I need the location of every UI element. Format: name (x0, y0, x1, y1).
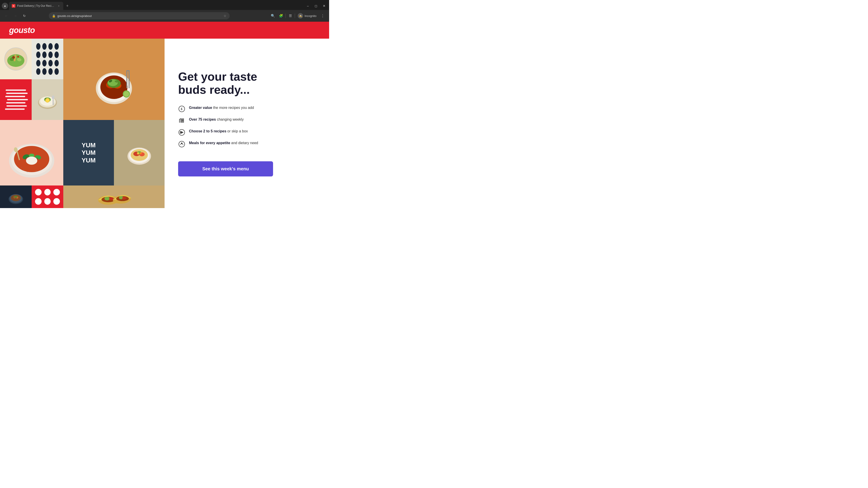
svg-rect-31 (53, 99, 54, 105)
active-tab[interactable]: G Food Delivery | Try Our Recipe ... × (9, 2, 63, 10)
headline: Get your taste buds ready... (178, 70, 315, 96)
restore-button[interactable]: ◻ (313, 3, 319, 9)
value-icon: £ (178, 105, 185, 112)
svg-point-45 (36, 170, 37, 171)
svg-point-61 (14, 196, 18, 198)
salad-tile (0, 39, 32, 79)
feature-item-meals: Meals for every appetite and dietary nee… (178, 140, 315, 148)
feature-text-choose: Choose 2 to 5 recipes or skip a box (189, 129, 248, 134)
side-dish-tile (114, 120, 164, 186)
dots-tile (32, 39, 63, 79)
see-menu-button[interactable]: See this week's menu (178, 161, 273, 176)
polka-dots-tile (32, 186, 63, 208)
feature-text-meals: Meals for every appetite and dietary nee… (189, 140, 258, 145)
svg-point-46 (40, 168, 41, 169)
content-panel: Get your taste buds ready... £ Greater v… (164, 39, 329, 208)
dots-pattern (32, 39, 63, 79)
svg-rect-17 (126, 70, 129, 71)
tab-title: Food Delivery | Try Our Recipe ... (17, 4, 55, 7)
rice-bowl-tile (32, 79, 63, 120)
url-bar[interactable]: 🔒 gousto.co.uk/signup/about ☆ (49, 12, 230, 20)
svg-point-54 (137, 152, 139, 155)
svg-point-30 (52, 95, 55, 99)
curry-tile (0, 120, 63, 186)
window-controls: – ◻ ✕ (305, 3, 327, 9)
svg-marker-81 (181, 131, 184, 134)
feature-text-recipes: Over 75 recipes changing weekly (189, 117, 244, 122)
browser-chrome: G Food Delivery | Try Our Recipe ... × +… (0, 0, 329, 22)
close-button[interactable]: ✕ (321, 3, 327, 9)
waves-tile (0, 79, 32, 120)
svg-point-40 (26, 157, 37, 165)
incognito-button[interactable]: 🕵 Incognito (296, 12, 318, 20)
svg-point-55 (140, 152, 142, 154)
svg-point-6 (12, 56, 15, 59)
site-header: gousto (0, 22, 329, 39)
yum-text-tile: YUMYUMYUM (63, 120, 114, 186)
features-list: £ Greater value the more recipes you add (178, 105, 315, 152)
svg-rect-82 (180, 131, 181, 134)
svg-point-83 (179, 141, 185, 147)
taco-tile (63, 39, 164, 120)
svg-point-84 (181, 142, 182, 144)
svg-point-14 (108, 79, 118, 86)
separator (285, 13, 286, 18)
url-text: gousto.co.uk/signup/about (57, 14, 222, 18)
tab-group-button[interactable] (2, 3, 8, 9)
tacos-tile (63, 186, 164, 208)
image-grid: YUMYUMYUM (0, 39, 164, 208)
forward-button[interactable]: → (12, 12, 19, 20)
feature-text-value: Greater value the more recipes you add (189, 105, 254, 110)
bookmark-icon[interactable]: ☆ (223, 14, 226, 18)
svg-point-43 (23, 169, 24, 170)
svg-point-47 (21, 167, 22, 168)
secure-icon: 🔒 (52, 14, 56, 18)
waves-pattern (0, 79, 32, 120)
svg-point-7 (17, 56, 19, 58)
feature-item-recipes: Over 75 recipes changing weekly (178, 117, 315, 124)
svg-rect-16 (126, 70, 127, 88)
minimize-button[interactable]: – (305, 3, 311, 9)
meals-icon (178, 140, 185, 148)
stew-tile (0, 186, 32, 208)
menu-button[interactable]: ⋮ (319, 12, 327, 20)
tab-favicon: G (12, 4, 16, 8)
back-button[interactable]: ← (3, 12, 10, 20)
svg-text:£: £ (181, 107, 183, 111)
page: gousto (0, 22, 329, 208)
svg-point-29 (46, 99, 49, 102)
svg-point-65 (109, 197, 114, 200)
toolbar-right: 🔍 🧩 ☰ 🕵 Incognito ⋮ (269, 12, 327, 20)
gousto-logo: gousto (9, 26, 35, 35)
address-bar: ← → ↻ 🔒 gousto.co.uk/signup/about ☆ 🔍 🧩 … (0, 10, 329, 22)
new-tab-button[interactable]: + (64, 3, 70, 9)
feature-item-value: £ Greater value the more recipes you add (178, 105, 315, 112)
svg-point-44 (27, 171, 28, 172)
reload-button[interactable]: ↻ (21, 12, 28, 20)
svg-point-69 (122, 197, 126, 199)
tab-close-button[interactable]: × (57, 4, 61, 8)
choose-icon (178, 129, 185, 136)
incognito-icon: 🕵 (298, 13, 303, 19)
main-content: YUMYUMYUM (0, 39, 329, 208)
feature-item-choose: Choose 2 to 5 recipes or skip a box (178, 129, 315, 136)
extensions-button[interactable]: 🧩 (277, 12, 285, 20)
incognito-label: Incognito (305, 14, 316, 18)
svg-rect-15 (129, 70, 129, 88)
sidebar-button[interactable]: ☰ (287, 12, 294, 20)
svg-marker-0 (4, 5, 6, 7)
tab-bar: G Food Delivery | Try Our Recipe ... × +… (0, 0, 329, 10)
recipes-icon (178, 117, 185, 124)
yum-salad-tile: YUMYUMYUM (63, 120, 164, 186)
yum-text: YUMYUMYUM (82, 141, 96, 164)
search-button[interactable]: 🔍 (269, 12, 276, 20)
svg-point-19 (124, 91, 129, 97)
